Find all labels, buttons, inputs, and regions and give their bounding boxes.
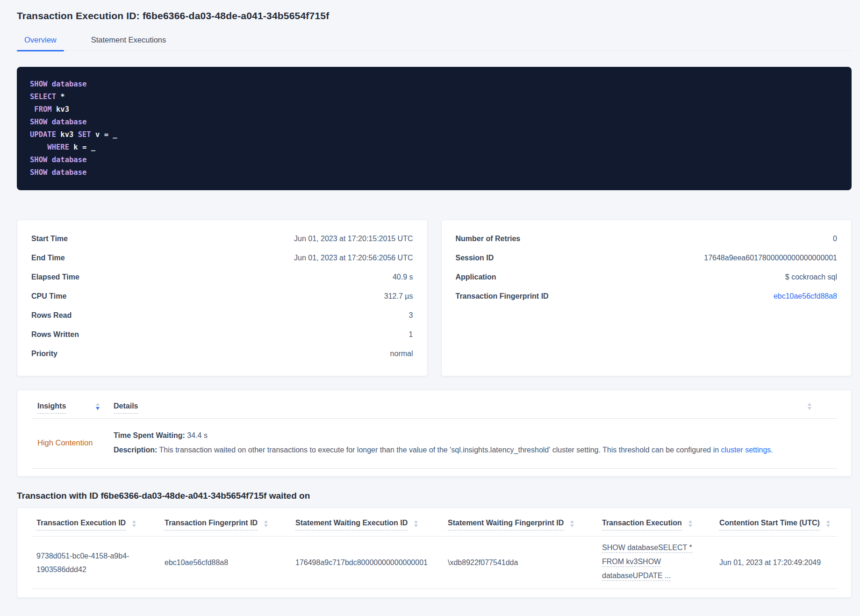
column-header-label: Contention Start Time (UTC) — [719, 518, 820, 530]
summary-row-label: Session ID — [456, 254, 494, 262]
column-header-label: Transaction Fingerprint ID — [165, 518, 258, 530]
transaction-execution-link[interactable]: FROM kv3SHOW — [602, 556, 705, 567]
summary-row: Start TimeJun 01, 2023 at 17:20:15:2015 … — [31, 235, 413, 254]
insights-table-header: Insights Details — [31, 401, 837, 419]
summary-row: Transaction Fingerprint IDebc10ae56cfd88… — [456, 292, 838, 311]
summary-row-value: 1 — [409, 330, 413, 339]
insights-column-header[interactable]: Insights — [37, 401, 66, 414]
transaction-execution-page: Transaction Execution ID: f6be6366-da03-… — [0, 0, 860, 598]
cluster-settings-link[interactable]: cluster settings — [721, 446, 771, 454]
sql-statement-line: SHOW database — [30, 78, 838, 91]
waited-on-heading: Transaction with ID f6be6366-da03-48de-a… — [17, 491, 852, 501]
cell-transaction-fingerprint-id: ebc10ae56cfd88a8 — [159, 556, 290, 569]
sql-statement-line: SHOW database — [30, 116, 838, 129]
summary-row-value: Jun 01, 2023 at 17:20:56:2056 UTC — [294, 254, 413, 262]
sort-icon — [264, 520, 268, 527]
insight-description: Description: This transaction waited on … — [114, 443, 837, 457]
time-spent-waiting: Time Spent Waiting: 34.4 s — [114, 428, 837, 443]
sort-icon[interactable] — [808, 403, 811, 410]
summary-row-label: Application — [456, 273, 496, 281]
sort-icon — [414, 520, 418, 527]
execution-summary-card: Start TimeJun 01, 2023 at 17:20:15:2015 … — [17, 220, 428, 376]
cell-transaction-execution: SHOW databaseSELECT *FROM kv3SHOWdatabas… — [597, 542, 714, 584]
column-header-label: Transaction Execution ID — [36, 518, 126, 530]
summary-row: Elapsed Time40.9 s — [31, 273, 413, 292]
column-header-label: Transaction Execution — [602, 518, 682, 530]
insight-row: High Contention Time Spent Waiting: 34.4… — [31, 419, 837, 469]
column-header-contention-start-time-utc[interactable]: Contention Start Time (UTC) — [714, 518, 837, 530]
tab-statement-executions[interactable]: Statement Executions — [84, 32, 174, 50]
sql-statement-line: FROM kv3 — [30, 103, 838, 116]
sql-statement-line: SELECT * — [30, 91, 838, 103]
transaction-execution-link[interactable]: SHOW databaseSELECT * — [602, 542, 705, 553]
sort-icon — [570, 520, 574, 527]
summary-row-label: Priority — [31, 350, 57, 358]
column-header-transaction-fingerprint-id[interactable]: Transaction Fingerprint ID — [159, 518, 290, 530]
summary-row-value: normal — [390, 350, 413, 358]
summary-row-label: Rows Read — [31, 311, 72, 320]
summary-row: Application$ cockroach sql — [456, 273, 838, 292]
waited-on-table-header: Transaction Execution IDTransaction Fing… — [31, 518, 837, 537]
summary-row-label: Transaction Fingerprint ID — [456, 292, 549, 301]
waited-on-table-body: 9738d051-bc0e-4158-a9b4-1903586ddd42ebc1… — [31, 537, 837, 589]
cell-transaction-execution-id: 9738d051-bc0e-4158-a9b4-1903586ddd42 — [31, 549, 159, 576]
column-header-transaction-execution-id[interactable]: Transaction Execution ID — [31, 518, 159, 530]
tab-statement-executions-label: Statement Executions — [91, 36, 166, 44]
session-summary-card: Number of Retries0Session ID17648a9eea60… — [441, 220, 852, 376]
column-header-label: Statement Waiting Execution ID — [295, 518, 408, 530]
sql-statement-line: SHOW database — [30, 166, 838, 179]
column-header-transaction-execution[interactable]: Transaction Execution — [597, 518, 714, 530]
summary-row-label: Start Time — [31, 235, 68, 243]
summary-row: CPU Time312.7 µs — [31, 292, 413, 311]
summary-row: Rows Written1 — [31, 330, 413, 350]
summary-row-value: $ cockroach sql — [785, 273, 837, 281]
summary-row-label: Rows Written — [31, 330, 79, 339]
tab-overview[interactable]: Overview — [17, 32, 64, 50]
column-header-statement-waiting-execution-id[interactable]: Statement Waiting Execution ID — [290, 518, 443, 530]
tab-overview-label: Overview — [24, 36, 57, 44]
summary-row-value: 17648a9eea6017800000000000000001 — [704, 254, 837, 262]
summary-row-value: 312.7 µs — [384, 292, 413, 301]
summary-row-label: Number of Retries — [456, 235, 521, 243]
sort-icon — [96, 403, 100, 410]
transaction-fingerprint-link[interactable]: ebc10ae56cfd88a8 — [774, 292, 837, 301]
column-header-label: Statement Waiting Fingerprint ID — [448, 518, 564, 530]
sql-statement-line: WHERE k = _ — [30, 141, 838, 154]
tab-bar: Overview Statement Executions — [17, 32, 852, 51]
summary-row-value: Jun 01, 2023 at 17:20:15:2015 UTC — [294, 235, 413, 243]
summary-row: Number of Retries0 — [456, 235, 838, 254]
summary-row: Prioritynormal — [31, 350, 413, 369]
sql-statements-box: SHOW databaseSELECT * FROM kv3SHOW datab… — [17, 67, 852, 190]
summary-row: Session ID17648a9eea60178000000000000000… — [456, 254, 838, 273]
column-header-statement-waiting-fingerprint-id[interactable]: Statement Waiting Fingerprint ID — [443, 518, 597, 530]
sort-icon — [826, 520, 830, 527]
insights-table-card: Insights Details High Contention Time Sp… — [17, 390, 852, 477]
summary-row: Rows Read3 — [31, 311, 413, 330]
cell-statement-waiting-execution-id: 176498a9c717bdc80000000000000001 — [290, 556, 443, 569]
summary-row-value: 40.9 s — [393, 273, 413, 281]
summary-row-value: 0 — [833, 235, 837, 243]
summary-row-value: 3 — [409, 311, 413, 320]
summary-cards-row: Start TimeJun 01, 2023 at 17:20:15:2015 … — [17, 220, 852, 376]
summary-row-label: CPU Time — [31, 292, 66, 301]
details-column-header[interactable]: Details — [114, 401, 138, 414]
transaction-execution-link[interactable]: databaseUPDATE ... — [602, 570, 705, 581]
summary-row-label: End Time — [31, 254, 65, 262]
sort-icon — [132, 520, 136, 527]
page-title: Transaction Execution ID: f6be6366-da03-… — [17, 10, 852, 21]
sql-statement-line: SHOW database — [30, 154, 838, 166]
summary-row-label: Elapsed Time — [31, 273, 79, 281]
summary-row: End TimeJun 01, 2023 at 17:20:56:2056 UT… — [31, 254, 413, 273]
table-row: 9738d051-bc0e-4158-a9b4-1903586ddd42ebc1… — [31, 537, 837, 589]
waited-on-table-card: Transaction Execution IDTransaction Fing… — [17, 508, 852, 598]
insight-type-label: High Contention — [31, 438, 93, 447]
cell-contention-start-time: Jun 01, 2023 at 17:20:49:2049 — [714, 556, 837, 569]
sql-statement-line: UPDATE kv3 SET v = _ — [30, 129, 838, 141]
cell-statement-waiting-fingerprint-id: \xdb8922f077541dda — [443, 556, 597, 569]
sort-icon — [688, 520, 692, 527]
